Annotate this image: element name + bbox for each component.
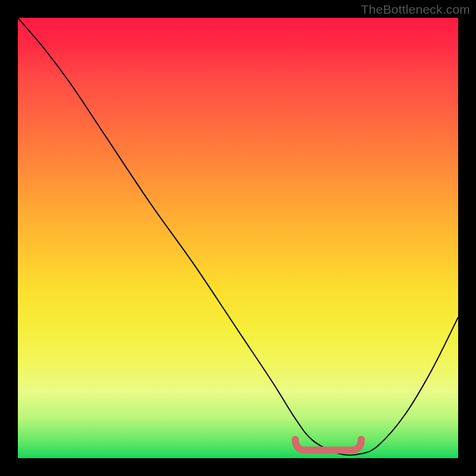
watermark-text: TheBottleneck.com bbox=[361, 2, 470, 17]
chart-frame: TheBottleneck.com bbox=[0, 0, 476, 476]
bottleneck-curve bbox=[18, 18, 458, 455]
highlight-valley bbox=[295, 440, 361, 450]
plot-area bbox=[18, 18, 458, 458]
curve-layer bbox=[18, 18, 458, 458]
